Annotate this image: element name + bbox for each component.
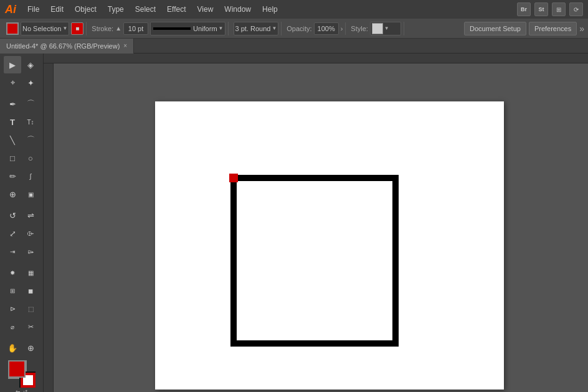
- menu-select[interactable]: Select: [130, 4, 161, 15]
- eyedropper-tool[interactable]: ⊳: [4, 300, 21, 317]
- stroke-section: Stroke: ▲ Uniform ▼: [89, 22, 228, 35]
- menu-window[interactable]: Window: [219, 4, 256, 15]
- free-transform-tool[interactable]: ⌲: [22, 243, 39, 260]
- tool-row-3: ✒ ⌒: [4, 95, 39, 113]
- menu-help[interactable]: Help: [257, 4, 283, 15]
- stroke-preview: [153, 27, 191, 30]
- column-graph-tool[interactable]: ▦: [22, 264, 39, 281]
- ellipse-tool[interactable]: ○: [22, 149, 39, 167]
- gradient-tool[interactable]: ◼: [22, 282, 39, 299]
- selection-dropdown[interactable]: No Selection ▼: [21, 22, 69, 35]
- type-tool[interactable]: T: [4, 113, 21, 131]
- opacity-more-icon[interactable]: ›: [341, 25, 343, 32]
- menu-object[interactable]: Object: [70, 4, 102, 15]
- selection-section: No Selection ▼ ■: [4, 22, 87, 35]
- stroke-label: Stroke:: [92, 25, 113, 32]
- menu-effect[interactable]: Effect: [162, 4, 191, 15]
- tool-row-2: ⌖ ✦: [4, 74, 39, 91]
- toolbar-extra-icon[interactable]: »: [579, 24, 584, 34]
- tool-row-11: ⇥ ⌲: [4, 243, 39, 260]
- anchor-point-indicator: [229, 174, 238, 182]
- tool-row-4: T T↕: [4, 113, 39, 131]
- shape-builder-tool[interactable]: ⊕: [4, 185, 21, 203]
- menu-icon-group: Br St ⊞ ⟳: [517, 2, 583, 16]
- blend-tool[interactable]: ⌀: [4, 318, 21, 335]
- pen-tool[interactable]: ✒: [4, 95, 21, 113]
- magic-wand-tool[interactable]: ✦: [22, 74, 39, 91]
- scale-tool[interactable]: ⤢: [4, 225, 21, 242]
- pencil-tool[interactable]: ✏: [4, 167, 21, 185]
- menu-view[interactable]: View: [192, 4, 219, 15]
- stroke-up-arrow[interactable]: ▲: [115, 25, 121, 32]
- curvature-tool[interactable]: ⌒: [22, 95, 39, 113]
- opacity-input[interactable]: [314, 22, 339, 35]
- tab-bar: Untitled-4* @ 66.67% (RGB/Preview) ×: [0, 39, 588, 54]
- style-section: Style: ▼: [348, 22, 404, 35]
- tool-row-15: ⌀ ✂: [4, 318, 39, 335]
- stroke-type-icon[interactable]: ■: [71, 22, 83, 35]
- vertical-type-tool[interactable]: T↕: [22, 113, 39, 131]
- stroke-value-input[interactable]: [123, 22, 148, 35]
- tab-close-button[interactable]: ×: [123, 42, 127, 49]
- style-preview: [372, 23, 383, 34]
- selection-tool[interactable]: ▶: [4, 56, 21, 73]
- grid-icon-btn[interactable]: ⊞: [552, 2, 566, 16]
- shear-tool[interactable]: ⌱: [22, 225, 39, 242]
- right-toolbar-section: Document Setup Preferences »: [464, 22, 584, 35]
- mesh-tool[interactable]: ⊞: [4, 282, 21, 299]
- measure-tool[interactable]: ⬚: [22, 300, 39, 317]
- tool-row-14: ⊳ ⬚: [4, 300, 39, 317]
- fill-swatch-red[interactable]: [8, 360, 26, 378]
- document-setup-button[interactable]: Document Setup: [464, 22, 526, 35]
- bridge-icon-btn[interactable]: Br: [517, 2, 531, 16]
- zoom-tool[interactable]: ⊕: [22, 339, 39, 357]
- canvas-area: [44, 54, 588, 392]
- menu-edit[interactable]: Edit: [45, 4, 69, 15]
- tool-row-13: ⊞ ◼: [4, 282, 39, 299]
- swap-reset-row: ⇆ ↺: [16, 389, 28, 392]
- slice-tool[interactable]: ✂: [22, 318, 39, 335]
- reflect-tool[interactable]: ⇌: [22, 207, 39, 224]
- left-toolbar: ▶ ◈ ⌖ ✦ ✒ ⌒ T T↕ ╲ ⌒ □ ○ ✏ ∫ ⊕ ▣: [0, 54, 44, 392]
- stock-icon-btn[interactable]: St: [534, 2, 548, 16]
- vertical-ruler: [44, 63, 54, 392]
- chevron-down-icon: ▼: [219, 26, 224, 31]
- chevron-down-icon: ▼: [62, 26, 67, 31]
- drawn-rectangle[interactable]: [230, 175, 399, 347]
- live-paint-tool[interactable]: ▣: [22, 185, 39, 203]
- direct-selection-tool[interactable]: ◈: [22, 56, 39, 73]
- tool-row-7: ✏ ∫: [4, 167, 39, 185]
- rotate-tool[interactable]: ↺: [4, 207, 21, 224]
- swap-colors-icon[interactable]: ⇆: [16, 389, 21, 392]
- menu-type[interactable]: Type: [103, 4, 129, 15]
- brush-tool[interactable]: ∫: [22, 167, 39, 185]
- stroke-type-dropdown[interactable]: Uniform ▼: [150, 22, 225, 35]
- width-tool[interactable]: ⇥: [4, 243, 21, 260]
- sync-icon-btn[interactable]: ⟳: [569, 2, 583, 16]
- style-dropdown[interactable]: ▼: [370, 22, 401, 35]
- document-tab[interactable]: Untitled-4* @ 66.67% (RGB/Preview) ×: [0, 39, 134, 54]
- main-area: ▶ ◈ ⌖ ✦ ✒ ⌒ T T↕ ╲ ⌒ □ ○ ✏ ∫ ⊕ ▣: [0, 54, 588, 392]
- rect-tool[interactable]: □: [4, 149, 21, 167]
- tool-row-6: □ ○: [4, 149, 39, 167]
- options-toolbar: No Selection ▼ ■ Stroke: ▲ Uniform ▼ 3 p…: [0, 19, 588, 39]
- preferences-button[interactable]: Preferences: [529, 22, 577, 35]
- cap-dropdown[interactable]: 3 pt. Round ▼: [234, 22, 279, 35]
- tool-row-16: ✋ ⊕: [4, 339, 39, 357]
- tool-row-10: ⤢ ⌱: [4, 225, 39, 242]
- arc-tool[interactable]: ⌒: [22, 131, 39, 149]
- menu-file[interactable]: File: [22, 4, 44, 15]
- hand-tool[interactable]: ✋: [4, 339, 21, 357]
- lasso-tool[interactable]: ⌖: [4, 74, 21, 91]
- reset-colors-icon[interactable]: ↺: [23, 389, 28, 392]
- opacity-section: Opacity: ›: [284, 22, 346, 35]
- fill-color-box[interactable]: [6, 22, 19, 35]
- chevron-down-icon: ▼: [384, 26, 389, 31]
- fill-stroke-swatches: [8, 360, 36, 388]
- tool-row-1: ▶ ◈: [4, 56, 39, 73]
- style-label: Style:: [351, 25, 368, 32]
- app-logo: Ai: [5, 3, 16, 16]
- symbol-sprayer-tool[interactable]: ✸: [4, 264, 21, 281]
- fill-stroke-indicator: [6, 22, 19, 35]
- line-tool[interactable]: ╲: [4, 131, 21, 149]
